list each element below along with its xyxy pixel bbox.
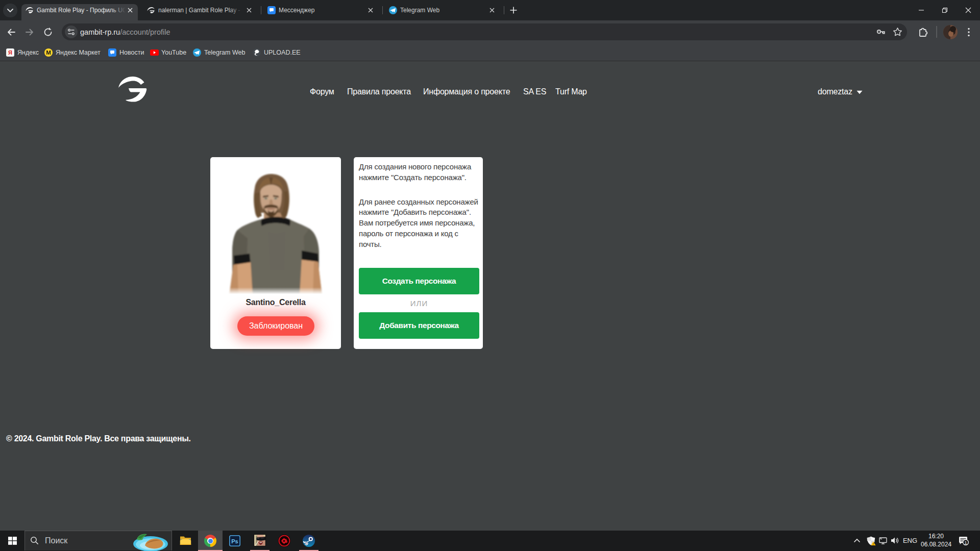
svg-text:M: M (46, 49, 51, 56)
svg-text:1: 1 (964, 540, 967, 545)
svg-text:Ps: Ps (231, 538, 238, 544)
svg-text:Я: Я (8, 49, 12, 56)
